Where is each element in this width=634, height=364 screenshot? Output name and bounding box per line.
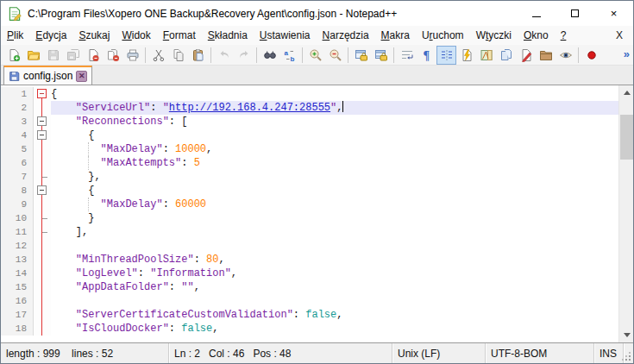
- menu-item-wtyczki[interactable]: Wtyczki: [470, 27, 518, 44]
- document-switcher-icon[interactable]: [496, 46, 516, 65]
- code-text[interactable]: "AppDataFolder": "",: [51, 280, 618, 294]
- menu-item-ustawienia[interactable]: Ustawienia: [254, 27, 317, 44]
- minimize-button[interactable]: [517, 1, 556, 26]
- print-icon[interactable]: [122, 46, 142, 65]
- maximize-button[interactable]: [556, 1, 594, 26]
- fold-toggle-icon[interactable]: [34, 115, 51, 129]
- code-text[interactable]: [51, 239, 618, 253]
- editor-line-10: 10 }: [1, 211, 618, 225]
- word-wrap-icon[interactable]: [397, 46, 417, 65]
- code-text[interactable]: ],: [51, 225, 618, 239]
- code-text[interactable]: {: [51, 184, 618, 198]
- status-insert-mode[interactable]: INS: [594, 343, 624, 363]
- close-all-icon[interactable]: [103, 46, 122, 65]
- line-number: 16: [1, 294, 34, 308]
- copy-icon[interactable]: [168, 46, 188, 65]
- document-map-icon[interactable]: [476, 46, 496, 65]
- sync-vertical-scroll-icon[interactable]: [351, 46, 371, 65]
- menu-item-?[interactable]: ?: [555, 27, 573, 44]
- fold-toggle-icon[interactable]: [34, 184, 51, 198]
- fold-margin: [34, 156, 51, 170]
- scrollbar-thumb[interactable]: [620, 115, 633, 160]
- indent-guide-icon[interactable]: [436, 46, 456, 65]
- scroll-up-icon[interactable]: [619, 85, 633, 100]
- tab-close-icon[interactable]: ✕: [76, 71, 87, 82]
- vertical-scrollbar[interactable]: [618, 85, 633, 342]
- zoom-in-icon[interactable]: [305, 46, 325, 65]
- editor-line-1: 1{: [1, 87, 618, 101]
- menu-item-skadnia[interactable]: Składnia: [202, 27, 254, 44]
- menu-item-format[interactable]: Format: [157, 27, 202, 44]
- code-text[interactable]: }: [51, 211, 618, 225]
- menu-item-okno[interactable]: Okno: [518, 27, 555, 44]
- redo-icon[interactable]: [234, 46, 254, 65]
- status-encoding[interactable]: UTF-8-BOM: [486, 343, 594, 363]
- save-icon[interactable]: [43, 46, 63, 65]
- editor-area[interactable]: 1{2 "ServiceUrl": "http://192.168.4.247:…: [1, 85, 633, 343]
- view-eye-icon[interactable]: [556, 46, 575, 65]
- zoom-out-icon[interactable]: [325, 46, 345, 65]
- close-button[interactable]: ×: [594, 1, 633, 26]
- menu-item-szukaj[interactable]: Szukaj: [72, 27, 116, 44]
- line-number: 10: [1, 211, 34, 225]
- code-text[interactable]: },: [51, 170, 618, 184]
- function-list-icon[interactable]: [456, 46, 476, 65]
- status-eol-format[interactable]: Unix (LF): [392, 343, 486, 363]
- find-icon[interactable]: [260, 46, 279, 65]
- new-file-icon[interactable]: [3, 46, 23, 65]
- fold-toggle-icon[interactable]: [34, 87, 51, 101]
- code-text[interactable]: {: [51, 87, 618, 101]
- code-text[interactable]: "IsCloudDocker": false,: [51, 322, 618, 336]
- menu-item-uruchom[interactable]: Uruchom: [416, 27, 470, 44]
- code-text[interactable]: [51, 294, 618, 308]
- menu-item-narzdzia[interactable]: Narzędzia: [317, 27, 375, 44]
- line-number: 15: [1, 280, 34, 294]
- cut-icon[interactable]: [148, 46, 168, 65]
- save-all-icon[interactable]: [63, 46, 83, 65]
- code-text[interactable]: "MaxDelay": 60000: [51, 198, 618, 211]
- editor-line-4: 4 {: [1, 129, 618, 142]
- line-number: 12: [1, 239, 34, 253]
- fold-margin: [34, 280, 51, 294]
- code-text[interactable]: "ServerCertificateCustomValidation": fal…: [51, 308, 618, 322]
- code-text[interactable]: "ServiceUrl": "http://192.168.4.247:2855…: [51, 101, 618, 115]
- record-macro-icon[interactable]: [581, 46, 601, 65]
- menu-bar: PlikEdycjaSzukajWidokFormatSkładniaUstaw…: [1, 26, 633, 45]
- menu-item-makra[interactable]: Makra: [375, 27, 416, 44]
- editor-line-12: 12: [1, 239, 618, 253]
- code-text[interactable]: {: [51, 129, 618, 142]
- code-text[interactable]: "MinThreadPoolSize": 80,: [51, 253, 618, 267]
- tab-config-json[interactable]: config.json ✕: [3, 66, 92, 85]
- svg-text:¶: ¶: [423, 49, 430, 62]
- toolbar-overflow-chevron-icon[interactable]: »: [624, 47, 630, 60]
- menu-item-widok[interactable]: Widok: [116, 27, 156, 44]
- sync-horizontal-scroll-icon[interactable]: [371, 46, 391, 65]
- show-all-characters-icon[interactable]: ¶: [417, 46, 436, 65]
- code-text[interactable]: "MaxAttempts": 5: [51, 156, 618, 170]
- close-icon: ×: [611, 8, 618, 19]
- notepad-plus-plus-icon: [7, 6, 22, 22]
- code-text[interactable]: "MaxDelay": 10000,: [51, 142, 618, 156]
- toolbar-separator: [302, 47, 303, 63]
- edit-marker-icon[interactable]: [516, 46, 536, 65]
- editor-line-7: 7 },: [1, 170, 618, 184]
- editor-line-8: 8 {: [1, 184, 618, 198]
- fold-margin: [34, 170, 51, 184]
- tab-bar: config.json ✕: [1, 66, 633, 85]
- code-text[interactable]: "Reconnections": [: [51, 115, 618, 129]
- menu-item-plik[interactable]: Plik: [1, 27, 29, 44]
- undo-icon[interactable]: [214, 46, 234, 65]
- folder-as-workspace-icon[interactable]: [536, 46, 556, 65]
- menu-item-edycja[interactable]: Edycja: [29, 27, 72, 44]
- open-file-icon[interactable]: [23, 46, 43, 65]
- close-file-icon[interactable]: [83, 46, 103, 65]
- menubar-close-document-button[interactable]: X: [612, 28, 626, 42]
- line-number: 11: [1, 225, 34, 239]
- paste-icon[interactable]: [188, 46, 208, 65]
- replace-icon[interactable]: ab: [279, 46, 299, 65]
- code-text[interactable]: "LogLevel": "Information",: [51, 267, 618, 280]
- scroll-down-icon[interactable]: [619, 328, 633, 342]
- fold-toggle-icon[interactable]: [34, 129, 51, 142]
- editor-line-16: 16: [1, 294, 618, 308]
- resize-grip[interactable]: [624, 343, 633, 363]
